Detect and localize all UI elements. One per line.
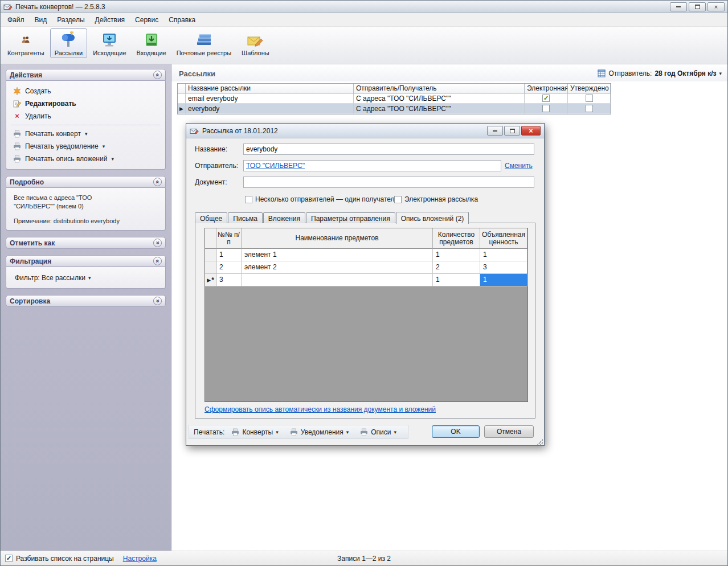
grid-cell-num[interactable]: 1	[216, 249, 242, 261]
action-create[interactable]: Создать	[9, 85, 162, 97]
mailing-dialog: Рассылка от 18.01.2012 × Название: Отпра…	[186, 123, 545, 446]
col-approved[interactable]: Утверждено	[568, 84, 611, 93]
minimize-button[interactable]	[670, 2, 687, 11]
tab-attachments[interactable]: Вложения	[263, 212, 305, 223]
settings-link[interactable]: Настройка	[123, 555, 157, 563]
checkbox-unchecked[interactable]	[586, 105, 593, 112]
menu-actions[interactable]: Действия	[90, 14, 130, 26]
collapse-button[interactable]: «	[153, 71, 162, 79]
grid-cell-value-selected[interactable]: 1	[480, 274, 527, 286]
restore-button[interactable]	[689, 2, 706, 11]
grid-cell-num[interactable]: 3	[216, 274, 242, 286]
dialog-restore-button[interactable]	[504, 126, 520, 136]
document-input[interactable]	[243, 177, 534, 188]
grid-cell-name[interactable]: элемент 1	[242, 249, 433, 261]
panel-sort-header[interactable]: Сортировка «	[6, 295, 166, 307]
toolbar-registers[interactable]: Почтовые реестры	[172, 28, 236, 58]
close-button[interactable]: ×	[707, 2, 725, 11]
change-sender-link[interactable]: Сменить	[505, 160, 533, 171]
dialog-minimize-button[interactable]	[487, 126, 503, 136]
action-delete[interactable]: × Удалить	[9, 110, 162, 122]
print-notifications-button[interactable]: Уведомления ▾	[285, 426, 354, 438]
collapse-button[interactable]: «	[153, 257, 162, 265]
panel-details-header[interactable]: Подробно «	[6, 176, 166, 188]
cell-sender[interactable]: С адреса "ТОО "СИЛЬВЕРС""	[354, 93, 525, 104]
sender-value-link[interactable]: ТОО "СИЛЬВЕРС"	[246, 162, 305, 170]
checkbox-unchecked[interactable]	[245, 196, 252, 203]
cell-electronic[interactable]: ✓	[525, 93, 568, 104]
menu-file[interactable]: Файл	[2, 14, 30, 26]
menu-view[interactable]: Вид	[30, 14, 52, 26]
grid-col-num[interactable]: №№ п/п	[216, 228, 242, 249]
multi-sender-checkbox-row[interactable]: Несколько отправителей — один получатель	[245, 195, 398, 203]
grid-cell-name[interactable]: элемент 2	[242, 261, 433, 274]
panel-mark-as-header[interactable]: Отметить как «	[6, 237, 166, 249]
cell-approved[interactable]	[568, 104, 611, 114]
name-input[interactable]	[243, 143, 534, 155]
grid-col-value[interactable]: Объявленная ценность	[480, 228, 527, 249]
ok-button[interactable]: OK	[432, 425, 480, 438]
print-inventories-button[interactable]: Описи ▾	[355, 426, 401, 438]
mailings-table: Название рассылки Отправитель/Получатель…	[177, 83, 611, 114]
auto-inventory-link[interactable]: Сформировать опись автоматически из назв…	[205, 405, 436, 413]
checkbox-unchecked[interactable]	[394, 196, 402, 203]
panel-filter-header[interactable]: Фильтрация «	[6, 255, 166, 267]
grid-col-qty[interactable]: Количество предметов	[433, 228, 480, 249]
cell-name[interactable]: email everybody	[186, 93, 354, 104]
menu-help[interactable]: Справка	[163, 14, 201, 26]
cell-name[interactable]: everybody	[186, 104, 354, 114]
toolbar-contractors[interactable]: Контрагенты	[3, 28, 49, 58]
grid-cell-qty[interactable]: 1	[433, 274, 480, 286]
row-marker-cell[interactable]: ▶	[178, 104, 186, 114]
electronic-checkbox-row[interactable]: Электронная рассылка	[394, 195, 478, 203]
action-print-notification[interactable]: Печатать уведомление ▾	[9, 140, 162, 153]
dialog-close-button[interactable]: ×	[521, 126, 541, 136]
tab-letters[interactable]: Письма	[228, 212, 263, 223]
row-marker-cell[interactable]	[178, 93, 186, 104]
checkbox-unchecked[interactable]	[586, 95, 593, 102]
grid-col-name[interactable]: Наименование предметов	[242, 228, 433, 249]
grid-row-selector[interactable]	[205, 261, 216, 274]
toolbar-mailings[interactable]: Рассылки	[50, 28, 87, 58]
tab-send-params[interactable]: Параметры отправления	[306, 212, 395, 223]
cancel-button[interactable]: Отмена	[484, 425, 534, 438]
templates-icon	[246, 31, 265, 49]
cell-approved[interactable]	[568, 93, 611, 104]
print-envelopes-button[interactable]: Конверты ▾	[227, 426, 283, 438]
grid-cell-value[interactable]: 1	[480, 249, 527, 261]
action-edit[interactable]: Редактировать	[9, 97, 162, 110]
grid-current-row-selector[interactable]: ▶ *	[205, 274, 216, 286]
sender-input[interactable]: ТОО "СИЛЬВЕРС"	[243, 160, 501, 171]
grid-row-selector[interactable]	[205, 249, 216, 261]
grid-cell-value[interactable]: 3	[480, 261, 527, 274]
expand-button[interactable]: «	[153, 297, 162, 305]
collapse-button[interactable]: «	[153, 178, 162, 186]
filter-dropdown[interactable]: Фильтр: Все рассылки ▾	[9, 271, 162, 284]
col-name[interactable]: Название рассылки	[186, 84, 354, 93]
cell-sender[interactable]: С адреса "ТОО "СИЛЬВЕРС""	[354, 104, 525, 114]
grid-cell-qty[interactable]: 1	[433, 249, 480, 261]
menu-service[interactable]: Сервис	[130, 14, 163, 26]
checkbox-checked[interactable]: ✓	[542, 95, 550, 102]
checkbox-unchecked[interactable]	[542, 105, 550, 112]
sender-picker[interactable]: Отправитель: 28 год Октября к/з ▾	[598, 69, 722, 77]
action-print-inventory[interactable]: Печатать опись вложений ▾	[9, 153, 162, 165]
resize-grip[interactable]	[537, 439, 543, 445]
expand-button[interactable]: «	[153, 239, 162, 247]
grid-cell-name[interactable]	[242, 274, 433, 286]
grid-cell-qty[interactable]: 2	[433, 261, 480, 274]
action-print-envelope[interactable]: Печатать конверт ▾	[9, 128, 162, 140]
name-label: Название:	[195, 143, 227, 155]
toolbar-outgoing[interactable]: Исходящие	[88, 28, 130, 58]
tab-inventory[interactable]: Опись вложений (2)	[396, 212, 469, 224]
col-electronic[interactable]: Электронная	[525, 84, 568, 93]
paginate-checkbox[interactable]: ✓	[5, 555, 13, 562]
toolbar-templates[interactable]: Шаблоны	[237, 28, 274, 58]
cell-electronic[interactable]	[525, 104, 568, 114]
grid-cell-num[interactable]: 2	[216, 261, 242, 274]
panel-actions-header[interactable]: Действия «	[6, 69, 166, 81]
toolbar-incoming[interactable]: Входящие	[132, 28, 171, 58]
col-sender[interactable]: Отправитель/Получатель	[354, 84, 525, 93]
tab-general[interactable]: Общее	[195, 212, 227, 223]
menu-sections[interactable]: Разделы	[52, 14, 89, 26]
